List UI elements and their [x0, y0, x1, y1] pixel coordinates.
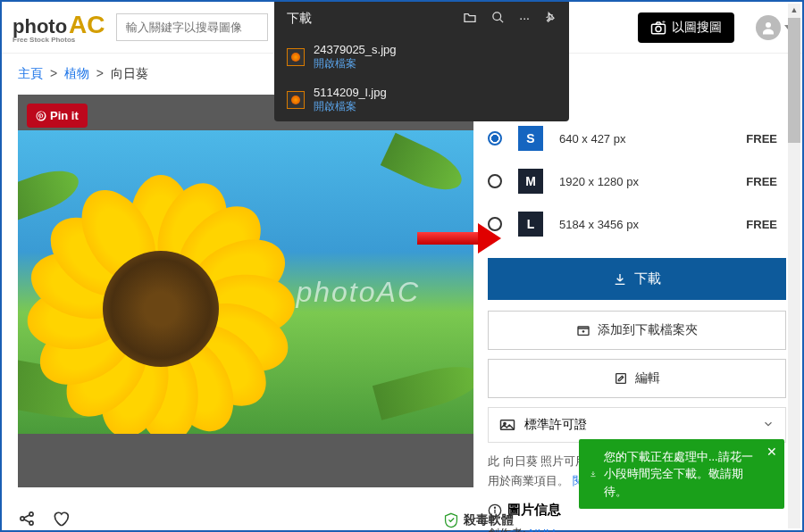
image-toolbar [18, 510, 70, 532]
svg-point-3 [766, 22, 771, 28]
download-filename: 5114209_l.jpg [314, 86, 387, 99]
search-input[interactable] [116, 13, 268, 41]
browser-download-panel: 下載 ··· 24379025_s.jpg 開啟檔案 5114209_l.jpg… [274, 2, 569, 121]
avatar-icon [756, 15, 781, 40]
image-search-label: 以圖搜圖 [672, 20, 722, 36]
size-option-s[interactable]: S 640 x 427 px FREE [488, 117, 786, 160]
download-filename: 24379025_s.jpg [314, 43, 397, 56]
user-menu[interactable] [745, 15, 791, 40]
breadcrumb-sep: > [50, 66, 57, 80]
size-badge: S [518, 126, 543, 151]
license-dropdown[interactable]: 標準許可證 [488, 407, 786, 443]
svg-rect-11 [616, 374, 626, 384]
svg-text:+: + [662, 21, 666, 26]
antivirus-badge[interactable]: 殺毒軟體 [444, 512, 514, 528]
logo[interactable]: photoAC Free Stock Photos [13, 11, 105, 44]
more-icon[interactable]: ··· [519, 11, 530, 27]
chevron-down-icon [762, 418, 775, 433]
breadcrumb-current: 向日葵 [111, 66, 148, 80]
scrollbar[interactable]: ▲ [788, 4, 800, 528]
pin-it-label: Pin it [50, 109, 79, 122]
download-icon [613, 272, 627, 287]
heart-icon[interactable] [52, 510, 70, 532]
camera-icon: + [650, 21, 666, 35]
toast-text: 您的下載正在處理中...請花一小段時間完全下載。敬請期待。 [604, 448, 758, 501]
creator-info: 創作者: NULL [488, 526, 786, 532]
pin-icon[interactable] [544, 11, 557, 27]
download-item[interactable]: 24379025_s.jpg 開啟檔案 [274, 36, 569, 79]
image-panel: Pin it photoAC [18, 95, 473, 532]
annotation-arrow [417, 232, 480, 245]
size-price: FREE [746, 218, 777, 231]
download-panel-title: 下載 [287, 11, 312, 27]
edit-button[interactable]: 編輯 [488, 359, 786, 398]
edit-icon [614, 371, 628, 386]
size-option-l[interactable]: L 5184 x 3456 px FREE [488, 203, 786, 245]
edit-label: 編輯 [635, 370, 660, 387]
size-option-m[interactable]: M 1920 x 1280 px FREE [488, 160, 786, 203]
folder-icon[interactable] [463, 11, 477, 27]
size-badge: M [518, 169, 543, 194]
size-price: FREE [746, 175, 777, 188]
breadcrumb-sep: > [96, 66, 104, 80]
scroll-up-icon[interactable]: ▲ [788, 4, 800, 16]
svg-line-18 [500, 19, 504, 22]
size-price: FREE [746, 132, 777, 145]
watermark: photoAC [296, 276, 420, 309]
shield-icon [444, 512, 458, 528]
download-panel-header: 下載 ··· [274, 2, 569, 36]
size-badge: L [518, 212, 543, 237]
svg-point-1 [656, 26, 661, 31]
size-dimensions: 640 x 427 px [559, 132, 730, 145]
stock-image[interactable]: photoAC [18, 130, 473, 434]
size-dimensions: 5184 x 3456 px [559, 218, 730, 231]
file-icon [287, 91, 305, 109]
creator-link[interactable]: NULL [529, 527, 558, 532]
download-toast: 您的下載正在處理中...請花一小段時間完全下載。敬請期待。 ✕ [579, 439, 784, 510]
file-icon [287, 48, 305, 66]
breadcrumb-home[interactable]: 主頁 [18, 66, 43, 80]
download-button[interactable]: 下載 [488, 258, 786, 300]
svg-line-8 [24, 515, 30, 518]
image-icon [499, 419, 515, 431]
svg-line-9 [24, 520, 30, 522]
svg-point-16 [494, 507, 495, 508]
radio-unselected [488, 174, 502, 188]
svg-point-17 [493, 12, 501, 21]
close-icon[interactable]: ✕ [766, 443, 777, 461]
logo-text-photo: photo [13, 15, 67, 37]
download-action[interactable]: 開啟檔案 [314, 99, 387, 114]
image-container: Pin it photoAC [18, 95, 473, 487]
breadcrumb-category[interactable]: 植物 [64, 66, 89, 80]
download-icon [590, 467, 597, 481]
logo-text-ac: AC [69, 11, 105, 38]
share-icon[interactable] [18, 510, 36, 532]
pinterest-icon [36, 111, 46, 121]
search-icon[interactable] [491, 11, 505, 27]
image-search-button[interactable]: + 以圖搜圖 [638, 12, 734, 43]
folder-add-icon [576, 323, 590, 337]
download-label: 下載 [634, 270, 661, 287]
pin-it-button[interactable]: Pin it [27, 104, 88, 128]
license-label: 標準許可證 [524, 417, 587, 433]
scroll-thumb[interactable] [788, 18, 800, 143]
add-folder-label: 添加到下載檔案夾 [598, 322, 698, 338]
radio-selected [488, 131, 502, 145]
size-dimensions: 1920 x 1280 px [559, 175, 730, 188]
download-item[interactable]: 5114209_l.jpg 開啟檔案 [274, 79, 569, 121]
download-action[interactable]: 開啟檔案 [314, 56, 397, 71]
add-to-folder-button[interactable]: 添加到下載檔案夾 [488, 311, 786, 350]
